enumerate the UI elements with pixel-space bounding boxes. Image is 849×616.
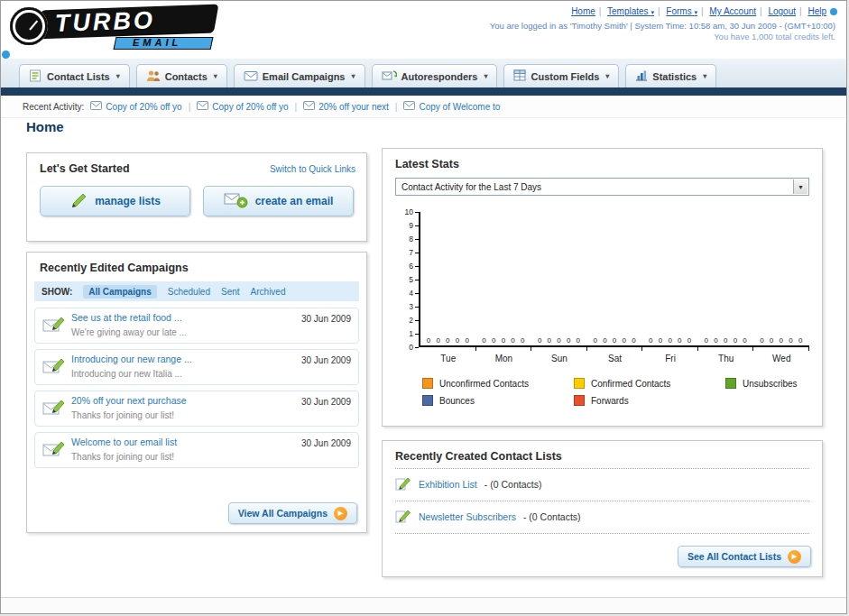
chart-x-tick xyxy=(420,347,476,351)
chart-bar-group: 0 0 0 0 0 xyxy=(698,212,754,345)
tab-email-campaigns[interactable]: Email Campaigns ▾ xyxy=(234,64,365,87)
recent-activity-item[interactable]: Copy of 20% off yo xyxy=(90,101,181,112)
chart-y-tick: 5 xyxy=(409,275,419,284)
nav-link-templates[interactable]: Templates ▾ xyxy=(607,6,654,16)
latest-stats-panel: Latest Stats Contact Activity for the La… xyxy=(382,148,823,427)
chart-y-tick: 2 xyxy=(409,316,419,325)
tab-autoresponders[interactable]: Autoresponders ▾ xyxy=(372,64,498,87)
chart-legend: Unconfirmed ContactsConfirmed ContactsUn… xyxy=(422,378,809,406)
contact-list-item[interactable]: Exhibition List - (0 Contacts) xyxy=(395,469,809,501)
chart-bar-group: 0 0 0 0 0 xyxy=(420,212,476,345)
speedometer-icon xyxy=(10,7,48,45)
view-all-campaigns-button[interactable]: View All Campaigns ▶ xyxy=(228,502,357,524)
campaign-list-item[interactable]: Welcome to our email list Thanks for joi… xyxy=(34,432,359,468)
legend-label: Confirmed Contacts xyxy=(591,379,670,389)
page-footer xyxy=(1,597,846,613)
envelope-icon xyxy=(403,101,415,112)
chevron-down-icon: ▾ xyxy=(116,72,120,80)
legend-item: Bounces xyxy=(422,395,574,406)
chart-y-tick: 4 xyxy=(409,289,419,298)
campaign-date: 30 Jun 2009 xyxy=(301,433,351,448)
chart-y-tick: 9 xyxy=(409,221,419,230)
show-label: SHOW: xyxy=(42,287,72,297)
legend-label: Unsubscribes xyxy=(743,379,798,389)
pencil-icon xyxy=(395,476,411,492)
recent-activity-link[interactable]: Copy of 20% off yo xyxy=(212,102,288,112)
chevron-down-icon: ▾ xyxy=(484,72,487,80)
switch-quick-links-link[interactable]: Switch to Quick Links xyxy=(270,164,355,174)
recent-activity-item[interactable]: 20% off your next xyxy=(303,101,389,112)
tab-contacts[interactable]: Contacts ▾ xyxy=(136,64,227,87)
legend-item: Unconfirmed Contacts xyxy=(422,378,574,389)
recent-activity-label: Recent Activity: xyxy=(23,102,84,112)
campaign-date: 30 Jun 2009 xyxy=(301,350,351,365)
tab-label: Autoresponders xyxy=(401,71,478,82)
logo-title: TURBO xyxy=(54,6,155,38)
chevron-down-icon: ▼ xyxy=(793,179,807,194)
recent-activity-item[interactable]: Copy of Welcome to xyxy=(403,101,500,112)
page-title: Home xyxy=(26,119,64,134)
decorative-dot-right xyxy=(830,8,837,15)
chart-y-tick: 0 xyxy=(409,343,419,352)
login-status: You are logged in as 'Timothy Smith' | S… xyxy=(490,21,835,31)
tab-contact-lists[interactable]: Contact Lists ▾ xyxy=(19,64,130,87)
legend-label: Bounces xyxy=(439,396,475,406)
chart-value-labels: 0 0 0 0 0 xyxy=(753,336,809,345)
filter-all-campaigns[interactable]: All Campaigns xyxy=(83,285,156,299)
arrow-icon: ▶ xyxy=(788,550,801,564)
tab-label: Email Campaigns xyxy=(263,71,346,82)
chart-x-label: Tue xyxy=(420,354,476,363)
campaigns-panel: Recently Edited Campaigns SHOW: All Camp… xyxy=(26,252,367,533)
chart-x-tick xyxy=(531,347,587,351)
stats-title: Latest Stats xyxy=(383,149,822,176)
recent-activity-link[interactable]: Copy of 20% off yo xyxy=(106,102,181,112)
filter-scheduled[interactable]: Scheduled xyxy=(168,287,210,297)
tab-custom-fields[interactable]: Custom Fields ▾ xyxy=(503,64,619,87)
contacts-icon xyxy=(146,69,161,84)
utility-nav: Home| Templates ▾| Forms ▾| My Account| … xyxy=(571,6,837,16)
filter-sent[interactable]: Sent xyxy=(221,287,240,297)
campaign-title-link[interactable]: See us at the retail food ... xyxy=(71,312,301,323)
contact-list-item[interactable]: Newsletter Subscribers - (0 Contacts) xyxy=(395,501,809,534)
campaign-list-item[interactable]: Introducing our new range ... Introducin… xyxy=(34,349,359,385)
filter-archived[interactable]: Archived xyxy=(251,287,286,297)
campaign-title-link[interactable]: Introducing our new range ... xyxy=(71,354,301,364)
chart-x-ticks xyxy=(420,347,809,351)
chart-x-tick xyxy=(698,347,754,351)
envelope-icon xyxy=(303,101,315,112)
campaign-title-link[interactable]: Welcome to our email list xyxy=(71,437,301,447)
nav-link-my-account[interactable]: My Account xyxy=(709,6,756,16)
campaign-date: 30 Jun 2009 xyxy=(301,391,351,407)
chevron-down-icon: ▾ xyxy=(694,9,697,15)
recent-activity-link[interactable]: 20% off your next xyxy=(318,102,389,112)
tab-statistics[interactable]: Statistics ▾ xyxy=(625,64,716,87)
contact-activity-chart: 109876543210 0 0 0 0 00 0 0 0 00 0 0 0 0… xyxy=(393,212,809,406)
nav-link-forms[interactable]: Forms ▾ xyxy=(666,6,697,16)
pencil-icon xyxy=(69,192,88,211)
nav-link-help[interactable]: Help xyxy=(807,6,826,16)
campaign-title-link[interactable]: 20% off your next purchase xyxy=(71,395,301,406)
legend-swatch xyxy=(725,378,736,389)
chart-y-tick: 10 xyxy=(405,207,419,216)
campaign-list-item[interactable]: 20% off your next purchase Thanks for jo… xyxy=(34,391,359,427)
chevron-down-icon: ▾ xyxy=(214,72,217,80)
create-email-button[interactable]: create an email xyxy=(203,186,354,216)
statistics-icon xyxy=(635,69,648,83)
chart-x-tick xyxy=(587,347,643,351)
recent-activity-link[interactable]: Copy of Welcome to xyxy=(419,102,500,112)
campaign-date: 30 Jun 2009 xyxy=(301,308,351,324)
chart-bar-group: 0 0 0 0 0 xyxy=(753,212,809,345)
nav-link-home[interactable]: Home xyxy=(571,6,595,16)
nav-link-logout[interactable]: Logout xyxy=(768,6,796,16)
chart-x-label: Mon xyxy=(476,354,532,363)
recent-activity-item[interactable]: Copy of 20% off yo xyxy=(197,101,288,112)
chart-x-label: Wed xyxy=(753,354,809,363)
manage-lists-button[interactable]: manage lists xyxy=(40,186,190,216)
campaign-list-item[interactable]: See us at the retail food ... We're givi… xyxy=(34,308,359,344)
stats-period-select[interactable]: Contact Activity for the Last 7 Days ▼ xyxy=(395,178,809,196)
contact-list-link[interactable]: Newsletter Subscribers xyxy=(419,511,516,522)
credits-status: You have 1,000 total credits left. xyxy=(714,32,835,41)
see-all-contact-lists-button[interactable]: See All Contact Lists ▶ xyxy=(678,546,811,567)
contact-list-link[interactable]: Exhibition List xyxy=(419,479,477,490)
get-started-panel: Let's Get Started Switch to Quick Links … xyxy=(26,152,367,242)
